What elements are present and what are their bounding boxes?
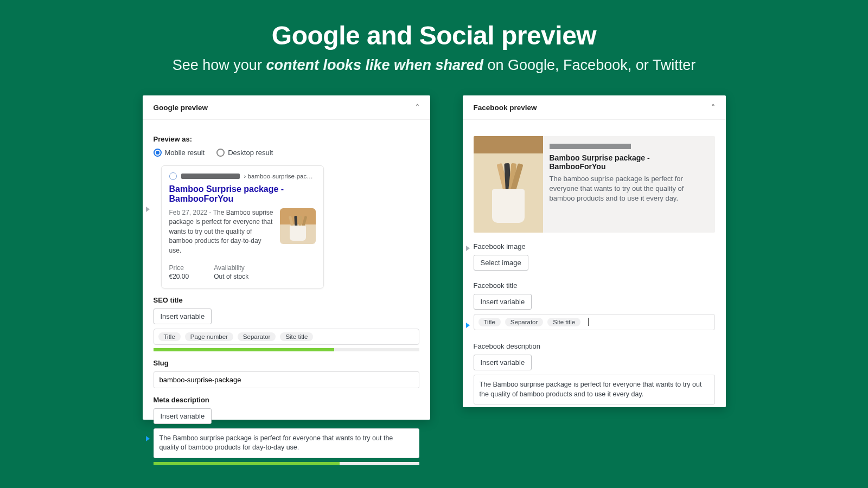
serp-description: Feb 27, 2022 - The Bamboo suprise packag… bbox=[169, 208, 275, 255]
serp-preview: › bamboo-surprise-pac… Bamboo Surprise p… bbox=[161, 165, 324, 288]
insert-variable-button[interactable]: Insert variable bbox=[154, 408, 212, 424]
facebook-card-description: The bamboo suprise package is perfect fo… bbox=[550, 174, 706, 204]
seo-title-label: SEO title bbox=[154, 296, 419, 304]
facebook-preview-card: Facebook preview ˄ Bamboo Surprise packa… bbox=[463, 95, 726, 407]
facebook-title-input[interactable]: Title Separator Site title bbox=[474, 314, 715, 330]
page-subtitle: See how your content looks like when sha… bbox=[0, 57, 868, 74]
google-panel-header[interactable]: Google preview ˄ bbox=[143, 95, 430, 120]
chip-site-title[interactable]: Site title bbox=[547, 318, 580, 326]
radio-mobile-label: Mobile result bbox=[165, 149, 205, 157]
chevron-up-icon: ˄ bbox=[711, 103, 715, 112]
chip-page-number[interactable]: Page number bbox=[185, 332, 233, 341]
facebook-share-preview: Bamboo Surprise package - BambooForYou T… bbox=[474, 136, 715, 233]
domain-placeholder bbox=[550, 144, 631, 149]
page-title: Google and Social preview bbox=[0, 21, 868, 50]
meta-description-progress bbox=[154, 462, 419, 465]
caret-right-icon bbox=[146, 207, 150, 212]
facebook-description-input[interactable] bbox=[474, 375, 715, 404]
radio-desktop-result[interactable]: Desktop result bbox=[216, 149, 273, 157]
insert-variable-button[interactable]: Insert variable bbox=[474, 294, 532, 310]
subtitle-em: content looks like when shared bbox=[266, 57, 483, 73]
facebook-panel-header[interactable]: Facebook preview ˄ bbox=[463, 95, 726, 120]
insert-variable-button[interactable]: Insert variable bbox=[474, 355, 532, 370]
facebook-description-label: Facebook description bbox=[474, 342, 715, 350]
serp-breadcrumb: › bamboo-surprise-pac… bbox=[169, 172, 316, 180]
radio-desktop-label: Desktop result bbox=[228, 149, 273, 157]
chip-title[interactable]: Title bbox=[478, 318, 501, 326]
breadcrumb-tail: › bamboo-surprise-pac… bbox=[244, 173, 313, 179]
chip-separator[interactable]: Separator bbox=[505, 318, 544, 326]
seo-title-input[interactable]: Title Page number Separator Site title bbox=[154, 329, 419, 345]
google-panel-title: Google preview bbox=[154, 104, 208, 112]
caret-right-icon bbox=[466, 246, 470, 251]
subtitle-prefix: See how your bbox=[173, 57, 266, 73]
price-label: Price bbox=[169, 264, 189, 272]
seo-title-progress bbox=[154, 348, 419, 351]
slug-label: Slug bbox=[154, 359, 419, 367]
chip-title[interactable]: Title bbox=[158, 332, 181, 341]
facebook-panel-title: Facebook preview bbox=[474, 104, 537, 112]
preview-as-label: Preview as: bbox=[154, 135, 419, 143]
chevron-up-icon: ˄ bbox=[416, 103, 419, 112]
meta-description-input[interactable] bbox=[154, 428, 419, 458]
domain-placeholder bbox=[181, 174, 240, 179]
availability-value: Out of stock bbox=[214, 273, 248, 280]
caret-right-icon bbox=[466, 323, 470, 328]
serp-thumbnail bbox=[280, 208, 316, 244]
radio-dot-icon bbox=[154, 149, 162, 157]
facebook-preview-image bbox=[474, 136, 543, 233]
facebook-card-title: Bamboo Surprise package - BambooForYou bbox=[550, 153, 706, 171]
facebook-image-label: Facebook image bbox=[474, 242, 715, 251]
facebook-title-label: Facebook title bbox=[474, 281, 715, 290]
radio-dot-icon bbox=[216, 149, 225, 157]
subtitle-suffix: on Google, Facebook, or Twitter bbox=[483, 57, 695, 73]
price-value: €20.00 bbox=[169, 273, 189, 280]
google-preview-card: Google preview ˄ Preview as: Mobile resu… bbox=[143, 95, 430, 420]
chip-separator[interactable]: Separator bbox=[238, 332, 276, 341]
availability-label: Availability bbox=[214, 264, 248, 272]
serp-title: Bamboo Surprise package - BambooForYou bbox=[169, 184, 316, 204]
text-cursor bbox=[588, 318, 589, 326]
insert-variable-button[interactable]: Insert variable bbox=[154, 309, 212, 324]
serp-date: Feb 27, 2022 - bbox=[169, 209, 213, 216]
select-image-button[interactable]: Select image bbox=[474, 255, 528, 271]
radio-mobile-result[interactable]: Mobile result bbox=[154, 149, 205, 157]
slug-input[interactable] bbox=[154, 371, 419, 388]
caret-right-icon bbox=[146, 436, 150, 441]
chip-site-title[interactable]: Site title bbox=[280, 332, 313, 341]
meta-description-label: Meta description bbox=[154, 396, 419, 404]
globe-icon bbox=[169, 172, 177, 180]
